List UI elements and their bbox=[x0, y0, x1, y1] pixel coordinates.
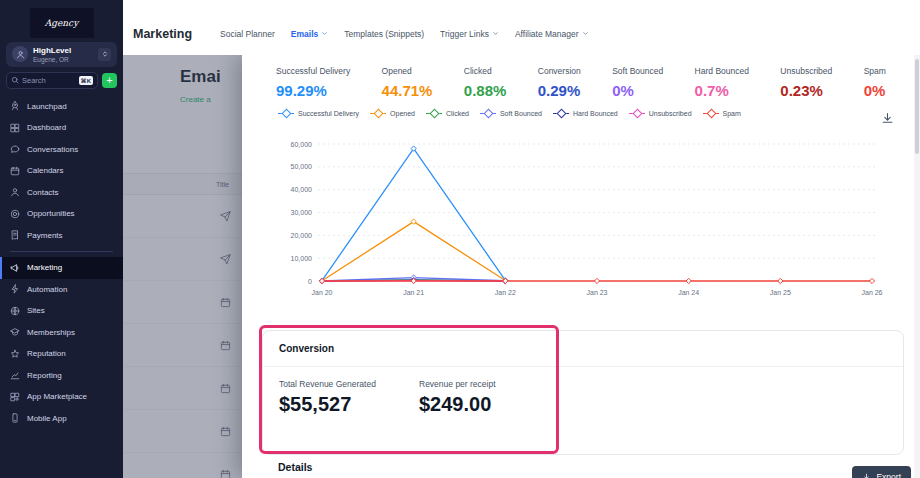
main-area: Marketing Social Planner Emails Template… bbox=[123, 0, 920, 478]
svg-text:Jan 20: Jan 20 bbox=[311, 289, 332, 296]
search-input[interactable]: Search ⌘K bbox=[6, 72, 98, 89]
stat-soft-bounced: Soft Bounced 0% bbox=[612, 66, 663, 99]
legend-successful-delivery[interactable]: Successful Delivery bbox=[278, 110, 359, 117]
user-icon bbox=[10, 187, 20, 197]
tab-affiliate-manager[interactable]: Affiliate Manager bbox=[515, 29, 589, 39]
sidebar-item-label: Launchpad bbox=[27, 102, 67, 111]
stat-label: Conversion bbox=[538, 66, 581, 76]
sidebar-item-marketing[interactable]: Marketing bbox=[0, 257, 123, 279]
sidebar-item-payments[interactable]: Payments bbox=[0, 225, 123, 247]
svg-text:30,000: 30,000 bbox=[291, 209, 313, 216]
search-icon bbox=[11, 76, 19, 84]
stat-label: Soft Bounced bbox=[612, 66, 663, 76]
legend-marker-icon bbox=[426, 113, 442, 115]
sidebar: Agency HighLevel Eugene, OR Search ⌘K + bbox=[0, 0, 123, 478]
agency-logo: Agency bbox=[30, 8, 94, 38]
star-icon bbox=[10, 349, 20, 359]
tab-social-planner[interactable]: Social Planner bbox=[220, 29, 275, 39]
search-placeholder: Search bbox=[22, 76, 76, 85]
stat-value: 99.29% bbox=[276, 82, 350, 99]
sidebar-item-label: Calendars bbox=[27, 166, 63, 175]
chevron-down-icon bbox=[492, 30, 499, 37]
export-icon bbox=[862, 473, 871, 478]
sidebar-item-label: Automation bbox=[27, 285, 67, 294]
legend-marker-icon bbox=[480, 113, 496, 115]
stat-value: 0.88% bbox=[464, 82, 507, 99]
modal-scrollbar[interactable] bbox=[914, 55, 920, 478]
legend-spam[interactable]: Spam bbox=[703, 110, 741, 117]
stat-value: 44.71% bbox=[382, 82, 433, 99]
chevron-down-icon bbox=[321, 30, 328, 37]
legend-clicked[interactable]: Clicked bbox=[426, 110, 469, 117]
sidebar-item-label: Dashboard bbox=[27, 123, 66, 132]
export-button[interactable]: Export bbox=[852, 466, 911, 478]
sidebar-item-contacts[interactable]: Contacts bbox=[0, 182, 123, 204]
tab-templates-snippets[interactable]: Templates (Snippets) bbox=[344, 29, 424, 39]
stat-unsubscribed: Unsubscribed 0.23% bbox=[780, 66, 832, 99]
svg-text:Jan 21: Jan 21 bbox=[403, 289, 424, 296]
sidebar-item-automation[interactable]: Automation bbox=[0, 279, 123, 301]
receipt-icon bbox=[10, 230, 20, 240]
sidebar-item-label: Reporting bbox=[27, 371, 62, 380]
metric-label: Total Revenue Generated bbox=[279, 379, 419, 389]
sidebar-item-opportunities[interactable]: Opportunities bbox=[0, 203, 123, 225]
stat-label: Unsubscribed bbox=[780, 66, 832, 76]
sidebar-item-dashboard[interactable]: Dashboard bbox=[0, 117, 123, 139]
stat-label: Successful Delivery bbox=[276, 66, 350, 76]
account-switcher[interactable]: HighLevel Eugene, OR bbox=[6, 42, 117, 67]
svg-text:Jan 24: Jan 24 bbox=[678, 289, 699, 296]
stats-row: Successful Delivery 99.29% Opened 44.71%… bbox=[276, 66, 886, 99]
app-root: Agency HighLevel Eugene, OR Search ⌘K + bbox=[0, 0, 920, 478]
tab-label: Social Planner bbox=[220, 29, 275, 39]
sidebar-item-label: Reputation bbox=[27, 349, 66, 358]
sidebar-item-label: Sites bbox=[27, 306, 45, 315]
sidebar-item-reputation[interactable]: Reputation bbox=[0, 343, 123, 365]
quick-add-button[interactable]: + bbox=[102, 73, 117, 88]
sidebar-item-mobile-app[interactable]: Mobile App bbox=[0, 408, 123, 430]
legend-marker-icon bbox=[370, 113, 386, 115]
tab-emails[interactable]: Emails bbox=[291, 29, 328, 39]
svg-text:Jan 23: Jan 23 bbox=[586, 289, 607, 296]
scrollbar-thumb[interactable] bbox=[915, 59, 919, 154]
sidebar-item-reporting[interactable]: Reporting bbox=[0, 365, 123, 387]
metric-total-revenue: Total Revenue Generated $55,527 bbox=[279, 379, 419, 416]
metric-value: $249.00 bbox=[419, 393, 559, 416]
stat-label: Spam bbox=[864, 66, 886, 76]
sidebar-item-app-marketplace[interactable]: App Marketplace bbox=[0, 386, 123, 408]
sidebar-item-memberships[interactable]: Memberships bbox=[0, 322, 123, 344]
legend-label: Clicked bbox=[446, 110, 469, 117]
conversion-card-title: Conversion bbox=[263, 331, 903, 367]
tab-trigger-links[interactable]: Trigger Links bbox=[440, 29, 499, 39]
sidebar-divider bbox=[10, 251, 113, 252]
svg-text:Jan 26: Jan 26 bbox=[861, 289, 882, 296]
stat-value: 0.23% bbox=[780, 82, 832, 99]
svg-text:40,000: 40,000 bbox=[291, 186, 313, 193]
sidebar-item-launchpad[interactable]: Launchpad bbox=[0, 96, 123, 118]
sidebar-item-label: Mobile App bbox=[27, 414, 67, 423]
svg-text:10,000: 10,000 bbox=[291, 255, 313, 262]
stat-opened: Opened 44.71% bbox=[382, 66, 433, 99]
grid-plus-icon bbox=[10, 392, 20, 402]
legend-label: Soft Bounced bbox=[500, 110, 542, 117]
legend-hard-bounced[interactable]: Hard Bounced bbox=[553, 110, 618, 117]
sidebar-item-conversations[interactable]: Conversations bbox=[0, 139, 123, 161]
chart-download-button[interactable] bbox=[881, 111, 894, 129]
stat-hard-bounced: Hard Bounced 0.7% bbox=[695, 66, 749, 99]
legend-marker-icon bbox=[553, 113, 569, 115]
stat-label: Hard Bounced bbox=[695, 66, 749, 76]
svg-text:Jan 22: Jan 22 bbox=[495, 289, 516, 296]
stat-value: 0% bbox=[612, 82, 663, 99]
svg-text:20,000: 20,000 bbox=[291, 232, 313, 239]
sidebar-item-calendars[interactable]: Calendars bbox=[0, 160, 123, 182]
legend-soft-bounced[interactable]: Soft Bounced bbox=[480, 110, 542, 117]
stat-label: Opened bbox=[382, 66, 433, 76]
megaphone-icon bbox=[10, 263, 20, 273]
target-icon bbox=[10, 209, 20, 219]
sidebar-item-sites[interactable]: Sites bbox=[0, 300, 123, 322]
legend-opened[interactable]: Opened bbox=[370, 110, 415, 117]
legend-unsubscribed[interactable]: Unsubscribed bbox=[629, 110, 692, 117]
tab-label: Affiliate Manager bbox=[515, 29, 579, 39]
stat-value: 0% bbox=[864, 82, 886, 99]
trend-up-icon bbox=[10, 370, 20, 380]
legend-marker-icon bbox=[703, 113, 719, 115]
